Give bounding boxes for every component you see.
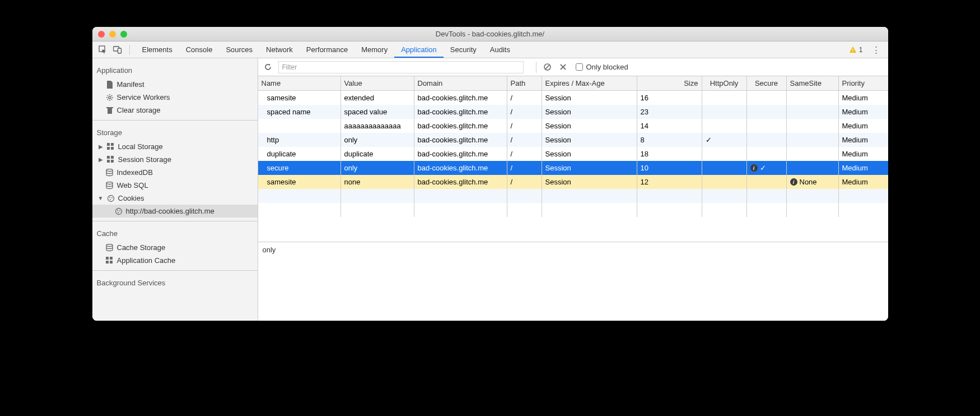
table-row[interactable]: secureonlybad-cookies.glitch.me/Session1… [258, 161, 888, 175]
only-blocked-checkbox[interactable] [576, 63, 583, 71]
cell-path: / [507, 161, 542, 175]
sidebar-item-clear-storage[interactable]: Clear storage [92, 104, 258, 117]
cell-httponly [702, 91, 747, 105]
column-header-path[interactable]: Path [507, 76, 542, 90]
column-header-expires-max-age[interactable]: Expires / Max-Age [542, 76, 637, 90]
sidebar-item-cache-storage[interactable]: Cache Storage [92, 241, 258, 254]
cookie-icon [115, 207, 123, 215]
svg-rect-8 [107, 143, 110, 146]
sidebar-item-indexeddb[interactable]: IndexedDB [92, 166, 258, 179]
cell-samesite [787, 161, 839, 175]
svg-rect-13 [111, 156, 114, 159]
sidebar-item-web-sql[interactable]: Web SQL [92, 179, 258, 192]
svg-point-25 [118, 212, 119, 213]
expand-arrow-icon: ▶ [98, 156, 104, 163]
tab-application[interactable]: Application [394, 42, 444, 58]
only-blocked-toggle[interactable]: Only blocked [576, 63, 628, 71]
table-row[interactable]: samesiteextendedbad-cookies.glitch.me/Se… [258, 91, 888, 105]
cell-priority: Medium [839, 175, 888, 189]
sidebar-item-label: Session Storage [118, 155, 171, 164]
sidebar-item-service-workers[interactable]: Service Workers [92, 91, 258, 104]
cell-priority: Medium [839, 147, 888, 161]
cell-domain: bad-cookies.glitch.me [414, 105, 507, 119]
maximize-window-button[interactable] [120, 31, 127, 38]
filter-input[interactable] [278, 61, 524, 73]
sidebar-item-cookie-origin[interactable]: http://bad-cookies.glitch.me [92, 205, 258, 218]
more-options-icon[interactable]: ⋮ [869, 45, 884, 55]
tab-elements[interactable]: Elements [136, 42, 179, 58]
tab-console[interactable]: Console [179, 42, 220, 58]
sidebar-item-label: http://bad-cookies.glitch.me [126, 207, 214, 215]
table-row[interactable]: httponlybad-cookies.glitch.me/Session8✓M… [258, 133, 888, 147]
cell-expires: Session [542, 147, 637, 161]
tab-sources[interactable]: Sources [219, 42, 259, 58]
sidebar-item-label: Cache Storage [117, 243, 166, 252]
column-header-secure[interactable]: Secure [747, 76, 787, 90]
cell-name: secure [258, 161, 341, 175]
svg-point-21 [110, 199, 111, 200]
titlebar: DevTools - bad-cookies.glitch.me/ [92, 27, 888, 41]
refresh-icon[interactable] [263, 62, 274, 73]
sidebar-item-manifest[interactable]: Manifest [92, 78, 258, 91]
tab-audits[interactable]: Audits [483, 42, 517, 58]
cell-expires: Session [542, 119, 637, 133]
column-header-value[interactable]: Value [341, 76, 414, 90]
sidebar-item-session-storage[interactable]: ▶Session Storage [92, 153, 258, 166]
cell-samesite [787, 91, 839, 105]
close-window-button[interactable] [98, 31, 105, 38]
main-panel: Only blocked NameValueDomainPathExpires … [258, 58, 888, 321]
column-header-size[interactable]: Size [637, 76, 702, 90]
cell-secure: i✓ [747, 161, 787, 175]
cell-httponly [702, 161, 747, 175]
table-row[interactable]: duplicateduplicatebad-cookies.glitch.me/… [258, 147, 888, 161]
clear-all-icon[interactable] [542, 62, 553, 73]
cell-samesite [787, 147, 839, 161]
column-header-priority[interactable]: Priority [839, 76, 888, 90]
svg-rect-30 [110, 261, 113, 264]
device-toggle-icon[interactable] [111, 44, 124, 56]
svg-rect-29 [106, 261, 109, 264]
column-header-httponly[interactable]: HttpOnly [702, 76, 747, 90]
column-header-samesite[interactable]: SameSite [787, 76, 839, 90]
tab-performance[interactable]: Performance [300, 42, 354, 58]
cell-size: 18 [637, 147, 702, 161]
svg-point-5 [109, 96, 111, 99]
tab-security[interactable]: Security [444, 42, 483, 58]
cell-path: / [507, 175, 542, 189]
inspect-element-icon[interactable] [97, 44, 109, 56]
svg-point-19 [109, 197, 110, 198]
gear-icon [106, 94, 114, 101]
cell-expires: Session [542, 91, 637, 105]
minimize-window-button[interactable] [109, 31, 116, 38]
table-row[interactable]: samesitenonebad-cookies.glitch.me/Sessio… [258, 175, 888, 189]
db-icon [106, 244, 114, 252]
cookies-table: NameValueDomainPathExpires / Max-AgeSize… [258, 76, 888, 242]
warnings-indicator[interactable]: 1 [849, 46, 863, 54]
svg-point-16 [106, 169, 113, 171]
column-header-name[interactable]: Name [258, 76, 341, 90]
tab-memory[interactable]: Memory [354, 42, 394, 58]
column-header-domain[interactable]: Domain [414, 76, 507, 90]
delete-selected-icon[interactable] [558, 62, 569, 73]
svg-rect-27 [106, 257, 109, 260]
sidebar-item-cookies[interactable]: ▼Cookies [92, 192, 258, 205]
svg-rect-10 [107, 147, 110, 150]
sidebar-item-local-storage[interactable]: ▶Local Storage [92, 140, 258, 153]
cell-expires: Session [542, 105, 637, 119]
cell-samesite [787, 105, 839, 119]
svg-rect-2 [118, 48, 121, 53]
cell-domain: bad-cookies.glitch.me [414, 161, 507, 175]
cell-size: 14 [637, 119, 702, 133]
sidebar-item-application-cache[interactable]: Application Cache [92, 254, 258, 267]
table-header: NameValueDomainPathExpires / Max-AgeSize… [258, 76, 888, 91]
cell-samesite [787, 133, 839, 147]
cell-value: only [341, 161, 414, 175]
table-row[interactable]: aaaaaaaaaaaaaabad-cookies.glitch.me/Sess… [258, 119, 888, 133]
cell-httponly: ✓ [702, 133, 747, 147]
table-row[interactable]: spaced namespaced valuebad-cookies.glitc… [258, 105, 888, 119]
cell-expires: Session [542, 161, 637, 175]
tab-network[interactable]: Network [259, 42, 300, 58]
cell-path: / [507, 119, 542, 133]
info-icon: i [790, 178, 797, 186]
cell-size: 16 [637, 91, 702, 105]
